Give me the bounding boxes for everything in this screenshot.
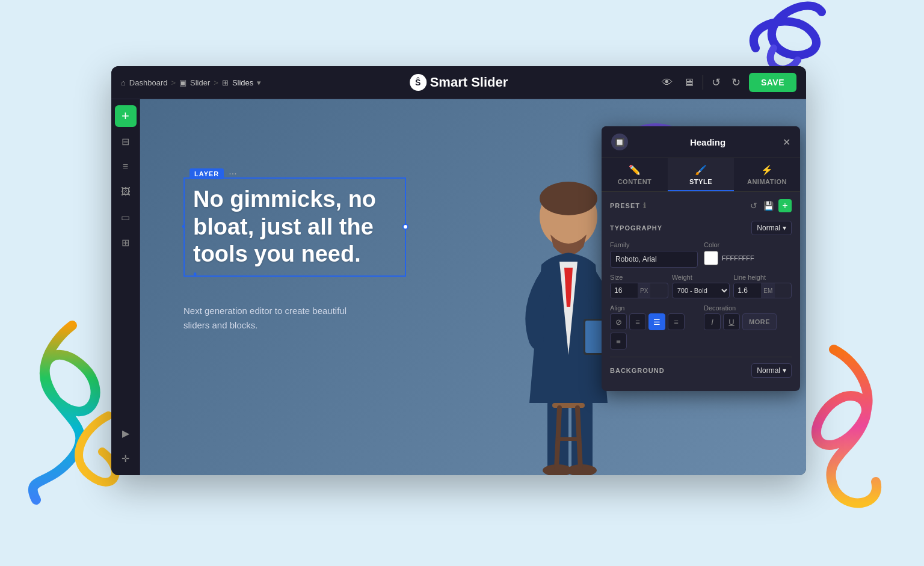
breadcrumb-slides[interactable]: Slides [232, 78, 253, 87]
undo-button[interactable]: ↺ [709, 73, 723, 91]
breadcrumb-slider[interactable]: Slider [190, 78, 210, 87]
sidebar-grid-icon[interactable]: ⊞ [115, 232, 137, 253]
align-right-button[interactable]: ≡ [668, 313, 685, 330]
size-field: Size PX [610, 274, 668, 298]
align-none-button[interactable]: ⊘ [610, 313, 627, 330]
preset-info-icon: ℹ [643, 201, 647, 210]
background-section-header: BACKGROUND Normal ▾ [610, 363, 792, 378]
align-buttons: ⊘ ≡ ☰ ≡ ≡ [610, 313, 698, 349]
sidebar-shape-icon[interactable]: ▭ [115, 206, 137, 228]
tab-style[interactable]: 🖌️ STYLE [668, 158, 734, 191]
bg-dropdown-chevron-icon: ▾ [783, 366, 786, 375]
tab-content-label: CONTENT [618, 178, 652, 185]
sidebar-layout-icon[interactable]: ⊟ [115, 131, 137, 152]
slider-icon: ▣ [179, 78, 186, 87]
toolbar-divider [703, 75, 703, 90]
decoration-buttons: I U MORE [704, 313, 792, 330]
selected-text-block[interactable]: No gimmicks, no bloat, just all the tool… [183, 177, 406, 277]
slide-content: LAYER ··· No gimmicks, no bloat, just al… [140, 99, 806, 475]
tab-animation-label: ANIMATION [747, 178, 787, 185]
sidebar-move-icon[interactable]: ✛ [115, 448, 137, 469]
size-weight-lineheight-row: Size PX Weight 700 - Bold 400 - Normal [610, 274, 792, 298]
family-input[interactable] [610, 251, 698, 268]
size-input[interactable] [611, 283, 638, 298]
typography-label: TYPOGRAPHY [610, 224, 662, 232]
heading-text: No gimmicks, no bloat, just all the tool… [193, 186, 396, 268]
preset-actions: ↺ 💾 + [749, 199, 792, 212]
align-justify-button[interactable]: ≡ [610, 333, 627, 349]
logo-icon: Ŝ [410, 74, 427, 91]
family-color-row: Family Color FFFFFFFF [610, 241, 792, 268]
home-icon: ⌂ [121, 78, 126, 87]
sidebar-image-icon[interactable]: 🖼 [115, 181, 137, 203]
dropdown-chevron-icon: ▾ [783, 224, 786, 232]
preset-reset-button[interactable]: ↺ [749, 200, 759, 212]
subtitle-text: Next generation editor to create beautif… [183, 304, 364, 333]
size-unit: PX [638, 283, 650, 298]
preview-button[interactable]: 👁 [659, 74, 675, 91]
line-height-input-group: EM [733, 283, 792, 298]
style-tab-icon: 🖌️ [695, 164, 707, 176]
panel-tabs: ✏️ CONTENT 🖌️ STYLE ⚡ ANIMATION [602, 158, 800, 192]
panel-header: 🔲 Heading ✕ [602, 126, 800, 158]
background-section: BACKGROUND Normal ▾ [610, 357, 792, 378]
dropdown-icon: ▾ [257, 78, 261, 87]
panel-icon: 🔲 [611, 134, 628, 150]
weight-select[interactable]: 700 - Bold 400 - Normal 100 - Thin [672, 283, 730, 298]
color-swatch[interactable] [704, 251, 718, 265]
sidebar-play-icon[interactable]: ▶ [115, 422, 137, 444]
preset-save-button[interactable]: 💾 [762, 200, 775, 212]
weight-field: Weight 700 - Bold 400 - Normal 100 - Thi… [672, 274, 730, 298]
preset-row: PRESET ℹ ↺ 💾 + [610, 199, 792, 212]
color-swatch-row: FFFFFFFF [704, 251, 792, 265]
desktop-button[interactable]: 🖥 [681, 74, 697, 91]
align-left-button[interactable]: ≡ [629, 313, 646, 330]
animation-tab-icon: ⚡ [761, 164, 774, 176]
family-field: Family [610, 241, 698, 268]
layer-label: LAYER [189, 168, 224, 179]
preset-add-button[interactable]: + [778, 199, 792, 212]
tab-content[interactable]: ✏️ CONTENT [602, 158, 668, 191]
panel-body: PRESET ℹ ↺ 💾 + TYPOGRAPHY Norma [602, 192, 800, 391]
top-bar-right: 👁 🖥 ↺ ↻ SAVE [659, 73, 796, 92]
app-window: ⌂ Dashboard > ▣ Slider > ⊞ Slides ▾ Ŝ Sm… [111, 66, 806, 475]
properties-panel: 🔲 Heading ✕ ✏️ CONTENT 🖌️ STYLE ⚡ [602, 126, 800, 391]
more-button[interactable]: MORE [742, 313, 777, 330]
line-height-input[interactable] [734, 283, 761, 298]
content-tab-icon: ✏️ [629, 164, 641, 176]
decoration-group: Decoration I U MORE [704, 304, 792, 349]
line-height-unit: EM [761, 283, 775, 298]
tab-style-label: STYLE [689, 178, 712, 185]
align-decoration-row: Align ⊘ ≡ ☰ ≡ ≡ Decoration [610, 304, 792, 349]
preset-label: PRESET ℹ [610, 201, 647, 210]
align-label: Align [610, 304, 698, 312]
redo-button[interactable]: ↻ [729, 73, 743, 91]
decoration-label: Decoration [704, 304, 792, 312]
size-label: Size [610, 274, 668, 281]
resize-handle-right[interactable] [402, 224, 408, 230]
panel-close-button[interactable]: ✕ [783, 137, 790, 148]
weight-label: Weight [672, 274, 730, 281]
background-label: BACKGROUND [610, 367, 665, 374]
top-bar: ⌂ Dashboard > ▣ Slider > ⊞ Slides ▾ Ŝ Sm… [111, 66, 806, 99]
typography-normal-dropdown[interactable]: Normal ▾ [751, 221, 792, 235]
breadcrumb-dashboard[interactable]: Dashboard [129, 78, 168, 87]
background-normal-dropdown[interactable]: Normal ▾ [751, 363, 792, 378]
panel-title: Heading [633, 137, 783, 147]
slides-icon: ⊞ [222, 78, 229, 87]
typography-section-header: TYPOGRAPHY Normal ▾ [610, 221, 792, 235]
color-field: Color FFFFFFFF [704, 241, 792, 268]
align-center-button[interactable]: ☰ [648, 313, 665, 330]
tab-animation[interactable]: ⚡ ANIMATION [734, 158, 800, 191]
left-sidebar: + ⊟ ≡ 🖼 ▭ ⊞ ▶ ✛ [111, 99, 140, 475]
sidebar-add-button[interactable]: + [115, 105, 137, 127]
app-logo: Ŝ Smart Slider [410, 74, 508, 91]
layer-options-button[interactable]: ··· [229, 168, 236, 179]
color-value: FFFFFFFF [722, 254, 754, 262]
italic-button[interactable]: I [704, 313, 721, 330]
underline-button[interactable]: U [723, 313, 740, 330]
save-button[interactable]: SAVE [749, 73, 796, 92]
breadcrumb: ⌂ Dashboard > ▣ Slider > ⊞ Slides ▾ [121, 78, 261, 87]
color-label: Color [704, 241, 792, 248]
sidebar-list-icon[interactable]: ≡ [115, 156, 137, 177]
